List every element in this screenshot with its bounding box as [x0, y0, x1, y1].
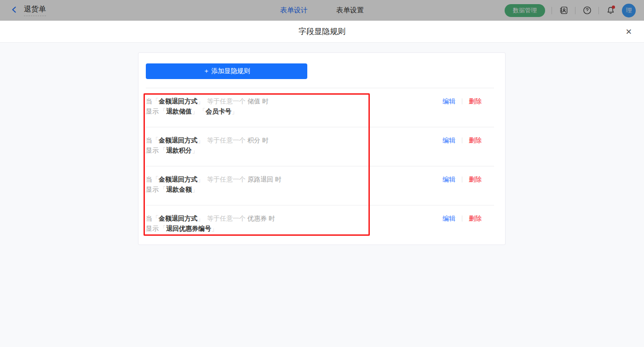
- edit-link[interactable]: 编辑: [443, 135, 455, 145]
- shown-field: 「退款积分」: [160, 147, 198, 154]
- notification-badge: [612, 6, 615, 9]
- rule-row: 当「金额退回方式」等于任意一个储值时 显示「退款储值」「会员卡号」 编辑 删除: [146, 88, 494, 127]
- rule-condition-line: 当「金额退回方式」等于任意一个原路退回时: [146, 174, 282, 184]
- separator: [462, 176, 462, 182]
- help-icon[interactable]: [582, 6, 592, 16]
- contacts-icon[interactable]: [558, 6, 569, 16]
- edit-link[interactable]: 编辑: [443, 96, 455, 106]
- rule-condition-line: 当「金额退回方式」等于任意一个储值时: [146, 96, 269, 106]
- delete-link[interactable]: 删除: [469, 174, 482, 184]
- bell-icon[interactable]: [605, 6, 615, 16]
- topbar-right: 数据管理: [505, 4, 644, 17]
- separator: [462, 216, 462, 222]
- delete-link[interactable]: 删除: [469, 135, 482, 145]
- rule-show-line: 显示「退款积分」: [146, 145, 269, 155]
- rule-condition-line: 当「金额退回方式」等于任意一个积分时: [146, 135, 269, 145]
- rule-condition-line: 当「金额退回方式」等于任意一个优惠券时: [146, 213, 275, 223]
- separator: [575, 7, 575, 14]
- add-rule-button[interactable]: ＋ 添加显隐规则: [146, 63, 307, 79]
- separator: [462, 137, 462, 143]
- rule-text: 当「金额退回方式」等于任意一个积分时 显示「退款积分」: [146, 135, 269, 155]
- rules-card: ＋ 添加显隐规则 当「金额退回方式」等于任意一个储值时 显示「退款储值」「会员卡…: [138, 52, 506, 245]
- shown-field: 「退款储值」: [160, 108, 198, 115]
- rules-list: 当「金额退回方式」等于任意一个储值时 显示「退款储值」「会员卡号」 编辑 删除 …: [146, 88, 494, 245]
- delete-link[interactable]: 删除: [469, 213, 482, 223]
- rule-actions: 编辑 删除: [443, 96, 494, 106]
- back-button[interactable]: [9, 6, 19, 16]
- rule-actions: 编辑 删除: [443, 213, 494, 223]
- close-icon[interactable]: ✕: [626, 28, 632, 35]
- field-visibility-modal: 字段显隐规则 ✕ ＋ 添加显隐规则 当「金额退回方式」等于任意一个储值时 显示「…: [0, 21, 644, 347]
- shown-field: 「退款金额」: [160, 186, 198, 193]
- tab-form-settings[interactable]: 表单设置: [336, 6, 364, 15]
- shown-field: 「会员卡号」: [199, 108, 238, 115]
- rule-text: 当「金额退回方式」等于任意一个优惠券时 显示「退回优惠券编号」: [146, 213, 275, 233]
- rule-text: 当「金额退回方式」等于任意一个原路退回时 显示「退款金额」: [146, 174, 282, 194]
- rule-row: 当「金额退回方式」等于任意一个原路退回时 显示「退款金额」 编辑 删除: [146, 166, 494, 205]
- separator: [598, 7, 599, 14]
- separator: [462, 98, 462, 104]
- edit-link[interactable]: 编辑: [443, 213, 455, 223]
- topbar-left: 退货单: [0, 5, 46, 16]
- avatar[interactable]: 理: [622, 4, 636, 17]
- edit-link[interactable]: 编辑: [443, 174, 455, 184]
- delete-link[interactable]: 删除: [469, 96, 482, 106]
- shown-field: 「退回优惠券编号」: [160, 225, 218, 232]
- rule-text: 当「金额退回方式」等于任意一个储值时 显示「退款储值」「会员卡号」: [146, 96, 269, 116]
- topbar: 退货单 表单设计 表单设置 数据管理: [0, 0, 644, 21]
- data-manage-button[interactable]: 数据管理: [505, 4, 545, 17]
- rule-actions: 编辑 删除: [443, 174, 494, 184]
- tab-form-design[interactable]: 表单设计: [280, 6, 308, 15]
- modal-body: ＋ 添加显隐规则 当「金额退回方式」等于任意一个储值时 显示「退款储值」「会员卡…: [0, 43, 644, 347]
- rule-show-line: 显示「退款储值」「会员卡号」: [146, 106, 269, 116]
- modal-header: 字段显隐规则 ✕: [0, 21, 644, 43]
- rule-show-line: 显示「退回优惠券编号」: [146, 223, 275, 233]
- rule-row: 当「金额退回方式」等于任意一个积分时 显示「退款积分」 编辑 删除: [146, 127, 494, 166]
- app-title[interactable]: 退货单: [24, 5, 46, 16]
- chevron-left-icon: [11, 6, 18, 15]
- modal-title: 字段显隐规则: [299, 26, 345, 37]
- rule-actions: 编辑 删除: [443, 135, 494, 145]
- rule-show-line: 显示「退款金额」: [146, 184, 282, 194]
- topbar-tabs: 表单设计 表单设置: [280, 0, 364, 21]
- separator: [552, 7, 552, 14]
- rule-row: 当「金额退回方式」等于任意一个优惠券时 显示「退回优惠券编号」 编辑 删除: [146, 205, 494, 245]
